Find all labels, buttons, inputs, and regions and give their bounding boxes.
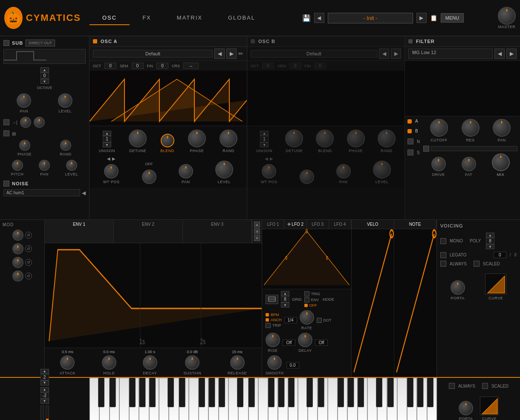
save-icon[interactable]: 💾 [302,14,311,22]
lfo-loop-icon[interactable] [266,295,278,304]
osc-b-next-btn[interactable]: ▶ [391,49,401,59]
piano-oct-hi-up[interactable]: ▲ [40,369,49,374]
osc-b-wtpos-knob[interactable] [262,164,276,178]
voicing-poly-val[interactable]: 8 [486,238,494,244]
sub-checkbox[interactable] [3,40,9,46]
env-scroll-zoom[interactable]: ⊕ [254,228,260,234]
sub-ctrl1-cb[interactable] [3,119,9,125]
env-scroll-down[interactable]: ▼ [254,235,260,241]
osc-a-edit-icon[interactable]: ✏ [238,50,243,57]
octave-up[interactable]: ▲ [40,67,49,72]
osc-b-preset-name[interactable]: Default [251,50,377,58]
sub-pan2-knob[interactable] [39,160,50,171]
octave-value[interactable]: 0 [40,72,49,79]
filter-s-cb[interactable] [407,150,413,155]
lfo-env-cb[interactable] [304,297,309,302]
osc-a-wtpos-knob[interactable] [104,164,118,178]
mod-connector1[interactable]: ↺ [25,232,32,239]
osc-b-sem-val[interactable]: 0 [289,63,301,69]
osc-a-unison-spin[interactable]: ▲ 1 ▼ [103,131,111,147]
piano-oct-lo-val[interactable]: -2 [40,392,49,399]
tab-matrix[interactable]: MATRIX [164,11,215,25]
lfo-rate-val[interactable]: 1/4 [284,317,297,323]
mod-knob2[interactable] [12,243,23,254]
mod-connector4[interactable]: ↺ [25,273,32,279]
vel-slider[interactable] [46,406,49,420]
piano-oct-lo-down[interactable]: ▼ [40,399,49,404]
filter-fat-knob[interactable] [462,157,476,171]
env-attack-knob[interactable] [60,355,75,370]
lfo-grid-up[interactable]: ▲ [281,291,289,296]
env-scroll-up[interactable]: ▲ [254,222,260,227]
filter-n-cb[interactable] [407,138,413,144]
sub-level2-knob[interactable] [66,160,77,171]
filter-type[interactable]: MG Low 12 [408,49,493,59]
filter-prev-btn[interactable]: ◀ [494,49,505,59]
osc-b-fin-val[interactable]: 0 [314,63,326,69]
sub-level-knob[interactable] [58,93,72,108]
osc-a-unison-down[interactable]: ▼ [103,142,111,147]
env-release-knob[interactable] [230,355,245,370]
piano-octave-lo-spin[interactable]: ▲ -2 ▼ [40,387,49,404]
osc-b-oct-val[interactable]: 0 [262,63,274,69]
lfo-dot-cb[interactable] [317,318,322,323]
voicing-legato-cb[interactable] [440,252,446,258]
note-tab[interactable]: NOTE [394,220,437,229]
noise-type[interactable]: AC hum1 [3,189,80,196]
noise-checkbox[interactable] [3,181,9,187]
piano-oct-lo-up[interactable]: ▲ [40,387,49,392]
piano-octave-hi-spin[interactable]: ▲ 2 ▼ [40,369,49,385]
osc-a-blend-knob[interactable] [161,134,174,147]
osc-b-wt-next[interactable]: ▶ [270,156,273,161]
osc-a-wt-prev[interactable]: ◀ [107,156,110,161]
osc-b-unison-spin[interactable]: ▲ 1 ▼ [260,131,269,147]
osc-a-crs-value[interactable]: -- [183,63,199,69]
voicing-bot-scaled-cb[interactable] [482,383,488,389]
env-tab-1[interactable]: ENV 1 [45,220,114,243]
piano-oct-hi-down[interactable]: ▼ [40,380,49,385]
osc-a-unison-up[interactable]: ▲ [103,131,111,136]
preset-prev-btn[interactable]: ◀ [314,13,324,23]
mod-connector3[interactable]: ↺ [25,259,32,266]
voicing-always-cb[interactable] [440,261,446,267]
osc-a-detune-knob[interactable] [129,129,147,147]
osc-b-unison-up[interactable]: ▲ [260,131,269,136]
osc-a-wt-next[interactable]: ▶ [112,156,116,161]
osc-b-phase-knob[interactable] [347,129,365,147]
osc-b-pan-knob[interactable] [336,164,351,178]
env-hold-knob[interactable] [102,355,116,370]
filter-next-btn[interactable]: ▶ [506,49,517,59]
osc-a-preset-name[interactable]: Default [93,50,213,58]
lfo-rise-knob[interactable] [266,333,280,347]
mod-knob1[interactable] [12,230,23,241]
octave-down[interactable]: ▼ [40,79,49,84]
osc-a-next-btn[interactable]: ▶ [226,49,237,59]
preset-icon[interactable]: 📋 [430,14,437,21]
lfo-trig-cb[interactable] [304,291,309,296]
osc-a-prev-btn[interactable]: ◀ [214,49,225,59]
voicing-bot-always-cb[interactable] [449,383,455,389]
filter-cutoff-knob[interactable] [430,119,448,137]
osc-a-pan-knob[interactable] [179,164,193,178]
menu-button[interactable]: MENU [441,13,464,23]
lfo-grid-spin[interactable]: ▲ 8 ▼ [281,291,289,308]
lfo-trip-cb[interactable] [266,323,271,328]
tab-global[interactable]: GLOBAL [215,11,268,25]
porta-bot-knob[interactable] [459,401,473,415]
env-tab-3[interactable]: ENV 3 [183,220,252,243]
sub-extra-knob2[interactable] [34,117,45,128]
lfo-tab-1[interactable]: LFO 1 [262,220,284,229]
lfo-tab-4[interactable]: LFO 4 [329,220,351,229]
voicing-poly-spin[interactable]: ▲ 8 ▼ [486,233,494,249]
sub-rand-knob[interactable] [60,140,71,151]
lfo-smooth-knob[interactable] [267,355,282,370]
mod-connector2[interactable]: ↺ [25,245,32,252]
filter-res-knob[interactable] [462,119,480,137]
osc-b-wt-prev[interactable]: ◀ [265,156,268,161]
osc-b-detune-knob[interactable] [285,129,303,147]
preset-next-btn[interactable]: ▶ [416,13,427,23]
lfo-rate-knob[interactable] [300,310,314,325]
octave-spinner[interactable]: ▲ 0 ▼ [40,67,49,84]
direct-out-btn[interactable]: DIRECT OUT [26,40,55,46]
osc-a-phase-knob[interactable] [188,129,206,147]
